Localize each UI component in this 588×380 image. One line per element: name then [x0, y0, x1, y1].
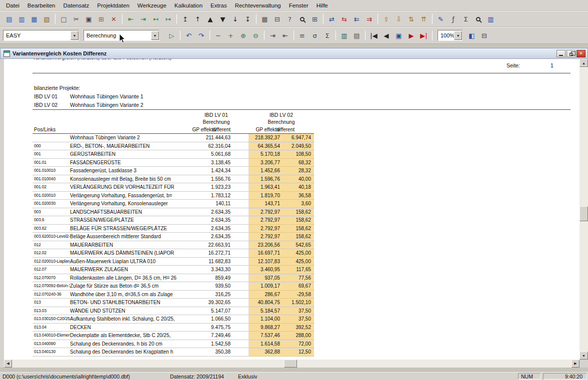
export-button[interactable]: ⇉: [363, 13, 376, 25]
report-layout-button[interactable]: ▦: [28, 13, 40, 25]
dropdown-arrow-icon[interactable]: ▼: [70, 31, 78, 40]
print-button[interactable]: ⊟: [271, 13, 284, 25]
row-pos: 012.070240-36: [34, 291, 70, 299]
menu-item-rechteverwaltung[interactable]: Rechteverwaltung: [231, 2, 285, 8]
view-combo[interactable]: Berechnung▼: [84, 30, 160, 41]
cut-button[interactable]: ✂: [70, 13, 82, 25]
delete-button[interactable]: ✕: [108, 13, 120, 25]
menu-item-werkzeuge[interactable]: Werkzeuge: [134, 2, 170, 8]
row-value-lv02-diff: 158,62: [280, 233, 314, 241]
edit-position-button[interactable]: ✎: [434, 13, 447, 25]
move-to-project-button[interactable]: ⇆: [338, 13, 350, 25]
vertical-scrollbar[interactable]: ▲ ▼: [580, 59, 588, 360]
minimize-button[interactable]: [556, 50, 566, 57]
window-button[interactable]: ◧: [466, 30, 478, 41]
scroll-right-button[interactable]: ▶: [572, 360, 580, 368]
promote-button[interactable]: ↤: [150, 13, 162, 25]
paste-button[interactable]: ⊞: [95, 13, 108, 25]
collapse-button[interactable]: ▲: [204, 13, 216, 25]
toolbar-separator: [264, 30, 264, 40]
row-description: Wohnhaus Tübingen Variante 2: [70, 134, 184, 142]
table-row: 013.040130Schalung des Deckenrandes bei …: [32, 348, 314, 357]
insert-position-button[interactable]: ⊕: [237, 30, 250, 41]
shift-left-button[interactable]: ⇤: [279, 30, 292, 41]
outdent-button[interactable]: ⇤: [124, 13, 137, 25]
import-button[interactable]: ⇇: [350, 13, 363, 25]
row-value-lv02-gp: 143,71: [248, 200, 280, 208]
scroll-up-button[interactable]: ▲: [580, 59, 588, 67]
dropdown-arrow-icon[interactable]: ▼: [454, 31, 462, 40]
load-report-button[interactable]: ▷: [166, 30, 178, 41]
demote-button[interactable]: ↦: [162, 13, 174, 25]
report-print-button[interactable]: ▤: [3, 13, 16, 25]
recalculate-button[interactable]: Σ: [460, 13, 472, 25]
sum-button[interactable]: Σ: [321, 30, 334, 41]
copy-button[interactable]: ▣: [82, 13, 95, 25]
shift-down-button[interactable]: ⇩: [392, 13, 405, 25]
reorder-button[interactable]: ⇈: [418, 13, 430, 25]
shift-up-button[interactable]: ⇧: [380, 13, 392, 25]
status-num-lock: NUM: [518, 373, 541, 380]
menu-item-bearbeiten[interactable]: Bearbeiten: [24, 2, 60, 8]
menu-item-extras[interactable]: Extras: [206, 2, 231, 8]
table-view-button[interactable]: ⊞: [308, 13, 321, 25]
chart-button[interactable]: ▥: [338, 30, 350, 41]
list-button[interactable]: ≡: [296, 30, 308, 41]
shift-right-button[interactable]: ⇥: [266, 30, 279, 41]
last-record-button[interactable]: ▶|: [418, 30, 430, 41]
database-button[interactable]: ▥: [484, 13, 497, 25]
move-down-button[interactable]: ↓: [229, 13, 242, 25]
redo-button[interactable]: ↷: [195, 30, 208, 41]
first-record-button[interactable]: |◀: [368, 30, 380, 41]
zoom-document-button[interactable]: [472, 13, 484, 25]
append-position-button[interactable]: ⊖: [250, 30, 262, 41]
row-value-lv02-gp: 3.206,77: [248, 159, 280, 167]
undo-button[interactable]: ↶: [182, 30, 195, 41]
formula-button[interactable]: ƒ: [447, 13, 460, 25]
restore-button[interactable]: [566, 50, 576, 57]
search-button[interactable]: [296, 13, 308, 25]
help-button[interactable]: ?: [284, 13, 296, 25]
new-position-button[interactable]: □: [58, 13, 70, 25]
sigma-small-icon: σ: [312, 32, 316, 39]
remove-position-button[interactable]: −: [212, 30, 224, 41]
scroll-left-button[interactable]: ◀: [4, 360, 12, 368]
stats-button[interactable]: ▤: [350, 30, 363, 41]
copy-to-project-button[interactable]: ⇄: [326, 13, 338, 25]
menu-item-datensatz[interactable]: Datensatz: [59, 2, 93, 8]
zoom-combo[interactable]: 100%▼: [438, 30, 462, 41]
menu-item-kalkulation[interactable]: Kalkulation: [170, 2, 206, 8]
row-description: ERD-, BETON-, MAUERARBEITEN: [70, 142, 184, 150]
copy-record-button[interactable]: ▣: [392, 30, 405, 41]
subtotal-button[interactable]: σ: [308, 30, 321, 41]
close-button[interactable]: ✕: [576, 50, 586, 57]
jump-bottom-button[interactable]: ↧: [242, 13, 254, 25]
mdi-workspace: Variantenvergleich Kosten Differenz ✕ Va…: [0, 44, 588, 372]
status-file-path: D000 (c:\users\chris\documents\allright\…: [0, 374, 170, 380]
indent-button[interactable]: ⇥: [137, 13, 150, 25]
horizontal-scrollbar[interactable]: ◀ ▶: [4, 360, 580, 368]
list-icon: ≡: [300, 32, 305, 39]
report-preview-button[interactable]: ▥: [16, 13, 28, 25]
horizontal-scrollbar-thumb[interactable]: [284, 360, 297, 368]
report-catalog-button[interactable]: ▧: [40, 13, 53, 25]
previous-record-button[interactable]: ◀: [380, 30, 392, 41]
add-position-button[interactable]: +: [224, 30, 237, 41]
profile-combo[interactable]: EASY▼: [3, 30, 79, 41]
menu-item-fenster[interactable]: Fenster: [285, 2, 312, 8]
next-record-button[interactable]: ▶: [405, 30, 418, 41]
print-page-button[interactable]: ⊟: [478, 30, 490, 41]
calculator-button[interactable]: ▦: [258, 13, 271, 25]
document-titlebar[interactable]: Variantenvergleich Kosten Differenz ✕: [0, 48, 588, 59]
menu-item-projektdaten[interactable]: Projektdaten: [93, 2, 134, 8]
jump-top-button[interactable]: ↥: [179, 13, 192, 25]
move-up-button[interactable]: ↑: [192, 13, 204, 25]
menu-item-datei[interactable]: Datei: [2, 2, 24, 8]
menu-item-hilfe[interactable]: Hilfe: [312, 2, 332, 8]
expand-button[interactable]: ▼: [216, 13, 229, 25]
vertical-scrollbar-thumb[interactable]: [580, 206, 588, 221]
swap-button[interactable]: ⇅: [405, 13, 418, 25]
row-value-lv01-gp: 1.424,34: [184, 167, 230, 175]
dropdown-arrow-icon[interactable]: ▼: [151, 31, 159, 40]
scroll-down-button[interactable]: ▼: [580, 352, 588, 360]
